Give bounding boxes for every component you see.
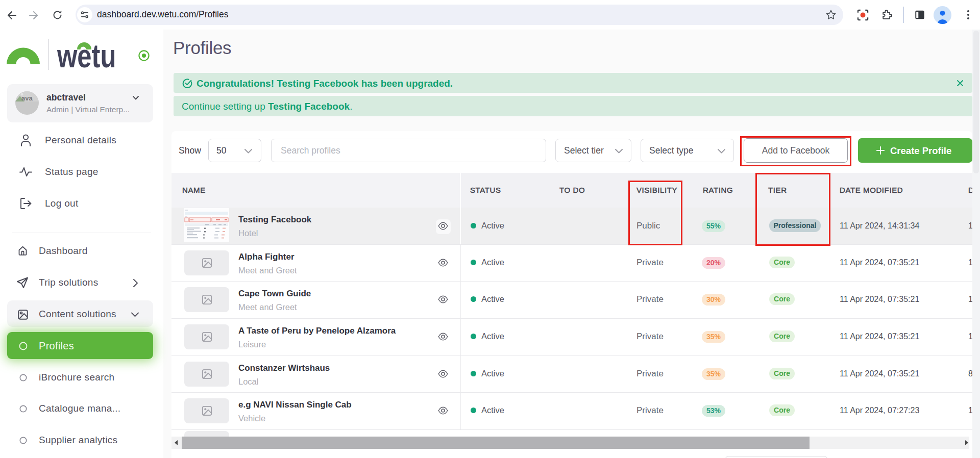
svg-text:wetu: wetu bbox=[57, 42, 116, 69]
svg-text:ava: ava bbox=[21, 94, 33, 102]
